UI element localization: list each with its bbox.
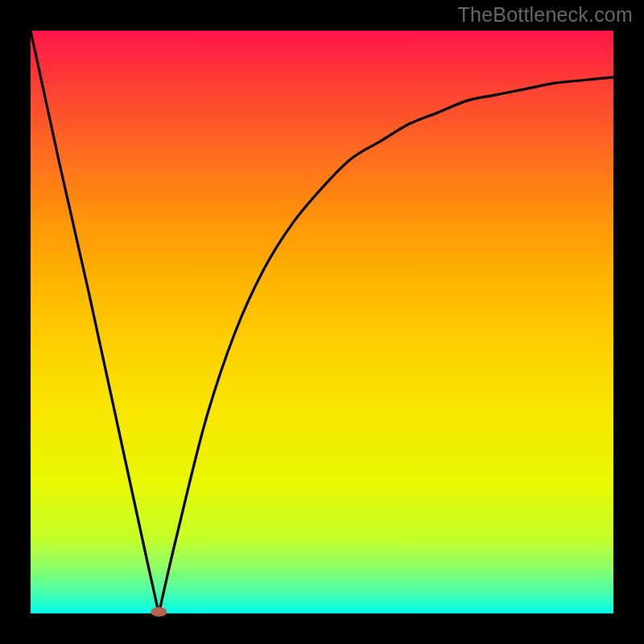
minimum-point-marker <box>151 607 167 617</box>
curve-left-segment <box>31 31 159 613</box>
plot-area <box>31 31 613 613</box>
watermark-text: TheBottleneck.com <box>458 3 633 27</box>
curve-layer <box>31 31 613 613</box>
curve-right-segment <box>159 77 613 613</box>
chart-frame: TheBottleneck.com <box>0 0 644 644</box>
